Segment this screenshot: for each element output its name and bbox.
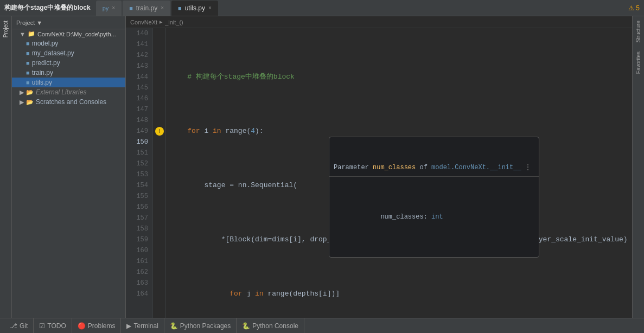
model-label: model.py (32, 40, 59, 47)
project-panel: Project ▼ ▼ 📁 ConvNeXt D:\My_code\pyth..… (12, 16, 126, 318)
tree-item-ext-libraries[interactable]: ▶ 📂 External Libraries (12, 87, 125, 97)
status-python-packages[interactable]: 🐍 Python Packages (164, 318, 237, 333)
tab-train-py[interactable]: ■ train.py × (123, 1, 170, 16)
py-icon-utils: ■ (26, 79, 30, 86)
problems-icon: 🔴 (78, 322, 86, 330)
git-label: Git (20, 322, 28, 330)
code-line-144: for j in range(depths[i])] (170, 289, 632, 299)
breadcrumb-convnext: ConvNeXt (130, 19, 157, 25)
todo-label: TODO (47, 322, 66, 330)
py-icon-dataset: ■ (26, 50, 30, 56)
status-git[interactable]: ⎇ Git (4, 318, 34, 333)
python-packages-icon: 🐍 (170, 322, 178, 330)
py-icon: ■ (26, 40, 30, 47)
status-bar: ⎇ Git ☑ TODO 🔴 Problems ▶ Terminal 🐍 Pyt… (0, 318, 644, 333)
breadcrumb: ConvNeXt ▸ _init_() (126, 16, 632, 28)
tree-item-model[interactable]: ■ model.py (12, 39, 125, 48)
code-line-140: # 构建每个stage中堆叠的block (170, 72, 632, 82)
logo-text: 构建每个stage中堆叠的block (4, 3, 91, 12)
tree-item-convnext[interactable]: ▼ 📁 ConvNeXt D:\My_code\pyth... (12, 29, 125, 39)
git-icon: ⎇ (10, 322, 17, 330)
warning-badge[interactable]: ⚠ 5 (628, 4, 640, 12)
ext-folder-icon: 📂 (26, 89, 34, 96)
code-container[interactable]: 140 141 142 143 144 145 146 147 148 149 … (126, 28, 632, 318)
todo-icon: ☑ (39, 322, 45, 330)
scratch-expand-icon: ▶ (20, 99, 24, 106)
code-area: ConvNeXt ▸ _init_() 140 141 142 143 144 … (126, 16, 632, 318)
tree-item-scratches[interactable]: ▶ 📂 Scratches and Consoles (12, 97, 125, 107)
tooltip-header: Parameter num_classes of model.ConvNeXt.… (329, 159, 539, 177)
tab-bar: py × ■ train.py × ■ utils.py × (96, 1, 218, 16)
code-content[interactable]: # 构建每个stage中堆叠的block for i in range(4): … (166, 28, 632, 318)
tooltip-param-label: num_classes: (380, 213, 431, 221)
line-numbers: 140 141 142 143 144 145 146 147 148 149 … (126, 28, 153, 318)
py-icon-train: ■ (26, 69, 30, 76)
status-todo[interactable]: ☑ TODO (34, 318, 72, 333)
status-python-console[interactable]: 🐍 Python Console (237, 318, 304, 333)
top-bar: 构建每个stage中堆叠的block py × ■ train.py × ■ u… (0, 0, 644, 16)
folder-icon: 📁 (28, 30, 35, 37)
tooltip-more-btn[interactable]: ⋮ (521, 161, 534, 174)
structure-label[interactable]: Structure (635, 21, 641, 43)
side-icon-bar: Project (0, 16, 12, 318)
tree-item-train[interactable]: ■ train.py (12, 68, 125, 78)
main-layout: Project Project ▼ ▼ 📁 ConvNeXt D:\My_cod… (0, 16, 644, 318)
tooltip-popup: Parameter num_classes of model.ConvNeXt.… (329, 137, 539, 258)
tab-train-label: train.py (136, 4, 157, 12)
predict-label: predict.py (32, 59, 60, 67)
ext-libraries-label: External Libraries (36, 88, 86, 96)
gutter: ! (153, 28, 166, 318)
expand-icon: ▼ (20, 31, 25, 37)
utils-label: utils.py (32, 79, 52, 86)
tree-item-predict[interactable]: ■ predict.py (12, 58, 125, 68)
code-line-141: for i in range(4): (170, 126, 632, 137)
tree-item-utils[interactable]: ■ utils.py (12, 78, 125, 87)
tab-utils-py[interactable]: ■ utils.py × (171, 1, 218, 16)
scratches-label: Scratches and Consoles (36, 98, 106, 106)
tab-py-close[interactable]: × (112, 5, 115, 11)
tab-py[interactable]: py × (96, 1, 122, 16)
breadcrumb-init: _init_() (165, 19, 183, 25)
status-terminal[interactable]: ▶ Terminal (121, 318, 164, 333)
python-console-label: Python Console (252, 322, 298, 330)
favorites-label[interactable]: Favorites (635, 52, 641, 74)
right-strip: Structure Favorites (632, 16, 644, 318)
py-icon-predict: ■ (26, 60, 30, 66)
project-icon[interactable]: Project (3, 21, 9, 37)
terminal-icon: ▶ (126, 322, 131, 330)
scratch-folder-icon: 📂 (26, 99, 34, 106)
python-console-icon: 🐍 (242, 322, 250, 330)
tooltip-body: num_classes: int (329, 198, 539, 235)
python-packages-label: Python Packages (180, 322, 231, 330)
breadcrumb-sep: ▸ (160, 18, 163, 25)
tab-train-close[interactable]: × (161, 5, 164, 11)
ext-expand-icon: ▶ (20, 89, 24, 96)
dataset-label: my_dataset.py (32, 49, 74, 57)
train-label: train.py (32, 69, 53, 76)
logo-area: 构建每个stage中堆叠的block (4, 3, 91, 12)
status-problems[interactable]: 🔴 Problems (72, 318, 122, 333)
tooltip-type: int (431, 213, 443, 221)
terminal-label: Terminal (133, 322, 158, 330)
panel-header: Project ▼ (12, 16, 125, 29)
tab-utils-close[interactable]: × (208, 5, 212, 11)
tree-item-dataset[interactable]: ■ my_dataset.py (12, 48, 125, 58)
gutter-warning-icon[interactable]: ! (155, 127, 164, 136)
tab-utils-label: utils.py (185, 4, 205, 12)
tooltip-header-text: Parameter num_classes of model.ConvNeXt.… (334, 162, 521, 173)
problems-label: Problems (88, 322, 116, 330)
convnext-label: ConvNeXt D:\My_code\pyth... (37, 31, 116, 37)
